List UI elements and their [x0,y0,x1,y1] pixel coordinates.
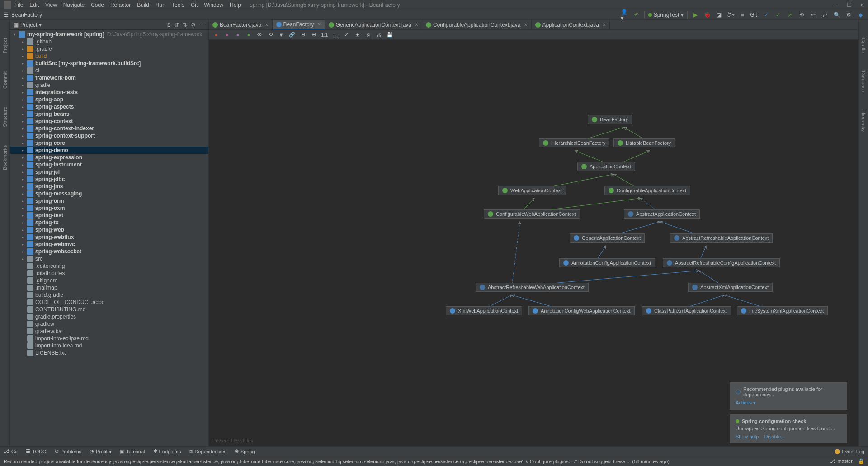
tree-item[interactable]: ▸integration-tests [10,89,208,96]
diagram-node[interactable]: XmlWebApplicationContext [446,306,522,315]
tool-layout-icon[interactable]: ⤢ [343,31,350,38]
tree-item[interactable]: ▸spring-orm [10,197,208,204]
tree-item[interactable]: ▸build [10,52,208,60]
tool-zoom-out-icon[interactable]: ⊖ [310,31,317,38]
profile-icon[interactable]: ⏱▾ [726,11,735,19]
tool-filter-icon[interactable]: ▼ [278,31,285,38]
notification-plugins[interactable]: ⓘRecommended plugins available for depen… [730,382,847,410]
tree-item[interactable]: ▸.github [10,38,208,45]
toolwindow-todo[interactable]: ☰TODO [26,448,47,454]
show-help-link[interactable]: Show help [736,434,759,439]
git-branch[interactable]: ⎇ master [830,458,853,464]
expand-all-icon[interactable]: ⇵ [175,22,179,28]
tree-item[interactable]: ▸buildSrc [my-spring-framework.buildSrc] [10,60,208,67]
event-log[interactable]: ⬤Event Log [835,448,864,454]
user-switch-icon[interactable]: 👤▾ [621,11,629,19]
tree-item[interactable]: ▸spring-messaging [10,190,208,197]
close-tab-icon[interactable]: × [524,22,527,28]
diagram-node[interactable]: AbstractRefreshableApplicationContext [670,233,773,243]
tool-save-icon[interactable]: 💾 [386,31,393,38]
tree-item[interactable]: ▸spring-context-indexer [10,125,208,132]
tree-item[interactable]: ▸spring-jdbc [10,176,208,183]
tool-layout2-icon[interactable]: ⊞ [354,31,361,38]
close-tab-icon[interactable]: × [415,22,418,28]
diagram-node[interactable]: AnnotationConfigApplicationContext [559,258,655,267]
tree-item[interactable]: ▸spring-instrument [10,161,208,168]
tree-item[interactable]: ▸spring-web [10,226,208,233]
tree-item[interactable]: ▸.gradle [10,45,208,52]
editor-tab[interactable]: ConfigurableApplicationContext.java× [422,20,531,29]
tree-root[interactable]: ▾my-spring-framework [spring]D:\Java\Spr… [10,31,208,38]
tree-item[interactable]: ▸ci [10,67,208,74]
tree-item[interactable]: CONTRIBUTING.md [10,306,208,313]
close-tab-icon[interactable]: × [603,22,606,28]
tool-m-icon[interactable]: ● [223,31,231,38]
tree-item[interactable]: ▸spring-demo [10,147,208,154]
diagram-node[interactable]: ConfigurableApplicationContext [604,186,690,195]
tree-item[interactable]: ▸src [10,255,208,262]
git-update-icon[interactable]: ✓ [762,11,770,19]
tree-item[interactable]: .mailmap [10,284,208,291]
settings-icon[interactable]: ⚙ [844,11,853,19]
tool-print-icon[interactable]: 🖨 [375,31,382,38]
notification-actions-link[interactable]: Actions ▾ [736,400,756,405]
stop-icon[interactable]: ■ [738,11,746,19]
tree-item[interactable]: ▸spring-beans [10,110,208,118]
tool-refresh-icon[interactable]: ⟲ [267,31,274,38]
gear-icon[interactable]: ⚙ [191,22,196,28]
menu-help[interactable]: Help [230,2,241,8]
diagram-node[interactable]: AbstractXmlApplicationContext [688,283,773,292]
toolwindow-dependencies[interactable]: ⧉Dependencies [189,448,226,454]
menu-build[interactable]: Build [137,2,149,8]
collapse-all-icon[interactable]: ⇅ [183,22,187,28]
notification-spring[interactable]: Spring configuration check Unmapped Spri… [730,414,847,443]
git-push-icon[interactable]: ↗ [786,11,794,19]
maximize-icon[interactable]: ☐ [847,2,852,8]
ide-icon[interactable]: ◆ [856,11,864,19]
tree-item[interactable]: LICENSE.txt [10,349,208,357]
tree-item[interactable]: .gitignore [10,277,208,284]
menu-code[interactable]: Code [91,2,104,8]
editor-tab[interactable]: BeanFactory× [273,20,325,29]
menu-tools[interactable]: Tools [172,2,184,8]
tool-link-icon[interactable]: 🔗 [288,31,296,38]
lock-icon[interactable]: 🔒 [858,458,864,464]
disable-link[interactable]: Disable... [764,434,785,439]
vcs-icon[interactable]: ⇄ [821,11,829,19]
diagram-node[interactable]: WebApplicationContext [498,186,566,195]
tree-item[interactable]: ▸gradle [10,81,208,89]
tool-ratio-icon[interactable]: 1:1 [321,31,328,38]
select-opened-icon[interactable]: ⊙ [166,22,171,28]
project-tree[interactable]: ▾my-spring-framework [spring]D:\Java\Spr… [10,30,208,446]
tree-item[interactable]: ▸spring-tx [10,219,208,226]
search-icon[interactable]: 🔍 [833,11,841,19]
tree-item[interactable]: ▸spring-webmvc [10,241,208,248]
diagram-node[interactable]: ConfigurableWebApplicationContext [484,209,580,219]
tree-item[interactable]: ▸framework-bom [10,74,208,81]
menu-view[interactable]: View [45,2,57,8]
menu-file[interactable]: File [14,2,23,8]
breadcrumb[interactable]: BeanFactory [11,12,42,18]
tree-item[interactable]: ▸spring-oxm [10,204,208,212]
tool-fit-icon[interactable]: ⛶ [332,31,339,38]
tree-item[interactable]: .editorconfig [10,262,208,270]
diagram-node[interactable]: ApplicationContext [577,162,635,171]
git-history-icon[interactable]: ⟲ [797,11,806,19]
toolwindow-spring[interactable]: ❀Spring [235,448,255,454]
editor-tab[interactable]: ApplicationContext.java× [532,20,610,29]
chevron-down-icon[interactable]: ▾ [39,22,42,28]
tree-item[interactable]: ▸spring-jms [10,183,208,190]
toolwindow-database[interactable]: Database [861,71,866,92]
tree-item[interactable]: import-into-idea.md [10,342,208,349]
tool-p-icon[interactable]: ● [234,31,241,38]
tree-item[interactable]: ▸spring-aspects [10,103,208,110]
tree-item[interactable]: ▸spring-context-support [10,132,208,139]
menu-refactor[interactable]: Refactor [110,2,131,8]
minimize-icon[interactable]: — [833,2,839,8]
tree-item[interactable]: ▸spring-context [10,118,208,125]
toolwindow-terminal[interactable]: ▣Terminal [120,448,145,454]
tool-e-icon[interactable]: ● [212,31,220,38]
toolwindow-structure[interactable]: Structure [2,107,8,127]
menu-run[interactable]: Run [156,2,165,8]
menu-edit[interactable]: Edit [29,2,39,8]
